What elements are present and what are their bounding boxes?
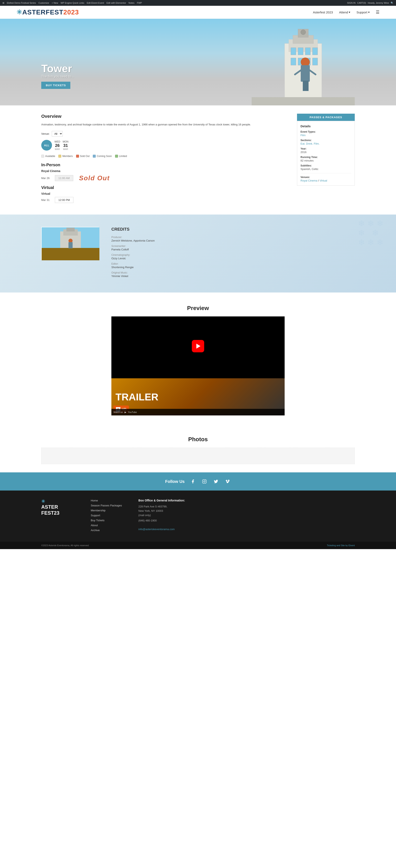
fwp-link[interactable]: FWP: [137, 2, 142, 4]
wpengine-link[interactable]: WP Engine Quick Links: [61, 2, 84, 4]
main-content: Overview Animation, testimony, and archi…: [0, 105, 396, 215]
edit-elementor-link[interactable]: Edit with Elementor: [106, 2, 126, 4]
buy-tickets-button[interactable]: BUY TICKETS: [41, 82, 70, 89]
date-all-pill[interactable]: ALL: [41, 140, 52, 151]
search-icon[interactable]: 🔍: [391, 2, 394, 4]
cinematography-value: Ozzy Levsic: [111, 257, 355, 260]
footer-aster: ASTER: [41, 504, 58, 510]
date-pill-mon[interactable]: MON 31 MAR: [63, 140, 68, 150]
site-footer: ✳ ASTER FEST23 Home Season Passes Packag…: [0, 491, 396, 542]
subtitles-label: Subtitles:: [301, 164, 351, 167]
details-box: Details Event Types: Film Sections: Eat.…: [297, 121, 355, 186]
legend-comingsoon-label: Coming Soon: [97, 155, 112, 158]
footer-home-link[interactable]: Home: [91, 499, 98, 502]
hero-subtitle: The film you need to...: [41, 75, 74, 79]
footer-asterisk: ✳: [41, 499, 45, 504]
footer-nav-support: Support: [91, 514, 122, 517]
preview-title: Preview: [41, 305, 355, 311]
svg-rect-6: [298, 48, 303, 55]
nav-support-label[interactable]: Support: [357, 10, 367, 14]
edit-event-link[interactable]: Edit Elvent Event: [87, 2, 104, 4]
legend-limited: Limited: [115, 155, 127, 158]
sections-link[interactable]: Eat. Drink. Film.: [301, 142, 319, 145]
new-link[interactable]: + New: [52, 2, 58, 4]
virtual-time-button[interactable]: 12:00 PM: [55, 197, 73, 203]
footer-bottom: ©2023 Asterisk Eventorama, All rights re…: [0, 542, 396, 549]
day-num-wed: 26: [55, 143, 60, 148]
screenwriter-row: Screenwriter: Pamela Colloff: [111, 245, 355, 251]
nav-attend[interactable]: Attend ▾: [339, 10, 350, 14]
producer-row: Producer: Zervich Welstone, Appolonia Ca…: [111, 236, 355, 242]
footer-buy-tickets-link[interactable]: Buy Tickets: [91, 519, 104, 522]
venue-label: Venue:: [41, 132, 50, 135]
venue-select[interactable]: All: [52, 131, 63, 136]
sign-in-link[interactable]: SIGN IN: [347, 2, 356, 4]
admin-right: SIGN IN CART(0) Howdy, Jeremy Wine 🔍: [347, 2, 394, 4]
footer-season-passes-link[interactable]: Season Passes Packages: [91, 504, 122, 507]
footer-archive-link[interactable]: Archive: [91, 529, 100, 532]
follow-us-label: Follow Us: [165, 479, 185, 484]
legend-soldout-label: Sold Out: [80, 155, 90, 158]
ticketing-link[interactable]: Ticketing and Site by Elvent: [327, 544, 355, 547]
logo-year: 2023: [63, 8, 79, 16]
customize-link[interactable]: Customize: [38, 2, 49, 4]
credits-thumbnail: [41, 227, 99, 260]
footer-nav-membership: Membership: [91, 509, 122, 512]
howdy-link[interactable]: Howdy, Jeremy Wine: [368, 2, 389, 4]
logo-area[interactable]: ✳ASTERFEST2023: [17, 8, 79, 16]
notes-link[interactable]: Notes: [128, 2, 134, 4]
date-pill-wed[interactable]: WED 26 MAR: [55, 140, 60, 150]
footer-email-link[interactable]: info@asteriskeventorama.com: [139, 528, 175, 531]
details-title: Details: [301, 124, 351, 128]
main-nav: Asterfest 2023 Attend ▾ Support ▾ ☰: [313, 10, 379, 14]
hero-section: Tower The film you need to... BUY TICKET…: [0, 19, 396, 105]
cinematography-row: Cinematography: Ozzy Levsic: [111, 253, 355, 260]
wp-logo: ⊞: [2, 2, 4, 4]
watch-on-label: Watch on: [114, 411, 123, 413]
passes-packages-button[interactable]: PASSES & PACKAGES: [297, 114, 355, 121]
cart-link[interactable]: CART(0): [357, 2, 366, 4]
virtual-title: Virtual: [41, 185, 289, 190]
footer-membership-link[interactable]: Membership: [91, 509, 105, 512]
twitter-icon[interactable]: [213, 478, 219, 485]
svg-rect-13: [252, 97, 355, 105]
credits-title: CREDITS: [111, 227, 355, 231]
dot-comingsoon: [93, 155, 96, 158]
footer-about-link[interactable]: About: [91, 524, 98, 527]
nav-support[interactable]: Support ▾: [357, 10, 370, 14]
inperson-time-button[interactable]: 11:00 AM: [55, 175, 73, 181]
vimeo-icon[interactable]: [224, 478, 231, 485]
nav-attend-label[interactable]: Attend: [339, 10, 348, 14]
chevron-down-icon: ▾: [349, 10, 350, 14]
video-play-button[interactable]: [192, 340, 204, 352]
svg-point-4: [301, 30, 306, 35]
site-name-link[interactable]: Elefest Demo Festival Series: [7, 2, 36, 4]
svg-rect-15: [301, 65, 310, 82]
month-mon: MAR: [63, 148, 68, 150]
day-num-mon: 31: [63, 143, 68, 148]
content-left: Overview Animation, testimony, and archi…: [41, 114, 289, 206]
inperson-venue: Royal Cinema: [41, 169, 289, 173]
credits-content: CREDITS Producer: Zervich Welstone, Appo…: [111, 227, 355, 280]
youtube-label: ▶: [125, 411, 126, 413]
producer-value: Zervich Welstone, Appolonia Carson: [111, 239, 355, 242]
hamburger-icon[interactable]: ☰: [376, 10, 379, 14]
venue-virtual-link[interactable]: Virtual: [320, 179, 327, 182]
footer-nav-about: About: [91, 524, 122, 527]
admin-left: ⊞ Elefest Demo Festival Series Customize…: [2, 2, 142, 4]
follow-us-section: Follow Us: [0, 472, 396, 491]
screenwriter-value: Pamela Colloff: [111, 248, 355, 251]
facebook-icon[interactable]: [189, 478, 196, 485]
venues-value: Royal Cinema I Virtual: [301, 179, 351, 182]
legend-comingsoon: Coming Soon: [93, 155, 112, 158]
video-player[interactable]: TRAILER F HD Watch on ▶ YouTube: [111, 316, 285, 415]
snowflake-decorations: ❄ ❄ ❄❄ ❄❄ ❄ ❄: [358, 219, 384, 247]
screenwriter-label: Screenwriter:: [111, 245, 355, 248]
nav-asterfest[interactable]: Asterfest 2023: [313, 10, 333, 14]
legend-soldout: Sold Out: [76, 155, 90, 158]
footer-support-link[interactable]: Support: [91, 514, 100, 517]
footer-nav: Home Season Passes Packages Membership S…: [91, 499, 122, 533]
instagram-icon[interactable]: [201, 478, 208, 485]
event-types-link[interactable]: Film: [301, 134, 306, 137]
venue-royal-link[interactable]: Royal Cinema: [301, 179, 317, 182]
